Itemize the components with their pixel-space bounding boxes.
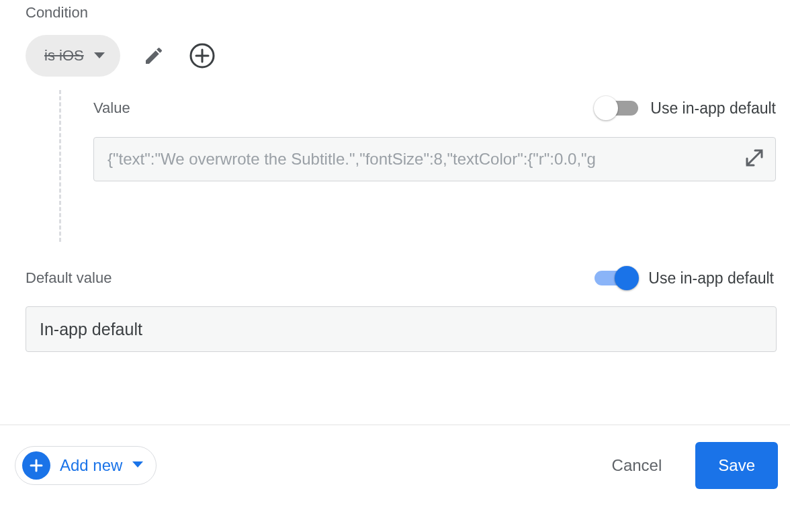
default-value-toggle-label: Use in-app default [648,269,774,287]
chevron-down-icon [93,52,105,60]
cancel-button[interactable]: Cancel [609,449,665,482]
add-new-button[interactable]: Add new [15,446,157,485]
condition-section-label: Condition [26,4,790,21]
default-value-input[interactable] [26,306,777,352]
default-value-use-default-toggle[interactable] [592,266,639,290]
value-label: Value [93,99,130,117]
pencil-icon [143,45,165,66]
condition-chip-text: is iOS [44,47,84,64]
add-condition-button[interactable] [187,41,217,71]
edit-condition-button[interactable] [139,41,169,71]
save-button[interactable]: Save [695,442,778,489]
chevron-down-icon [132,459,144,472]
value-use-default-toggle[interactable] [594,96,641,120]
expand-value-button[interactable] [742,147,766,171]
add-new-label: Add new [60,456,122,475]
value-toggle-label: Use in-app default [650,99,776,118]
plus-icon [22,451,50,480]
condition-chip[interactable]: is iOS [26,35,120,77]
value-input[interactable] [93,137,776,181]
default-value-label: Default value [26,269,112,287]
expand-icon [744,148,764,171]
plus-circle-icon [189,42,216,69]
condition-branch-line [59,90,61,242]
